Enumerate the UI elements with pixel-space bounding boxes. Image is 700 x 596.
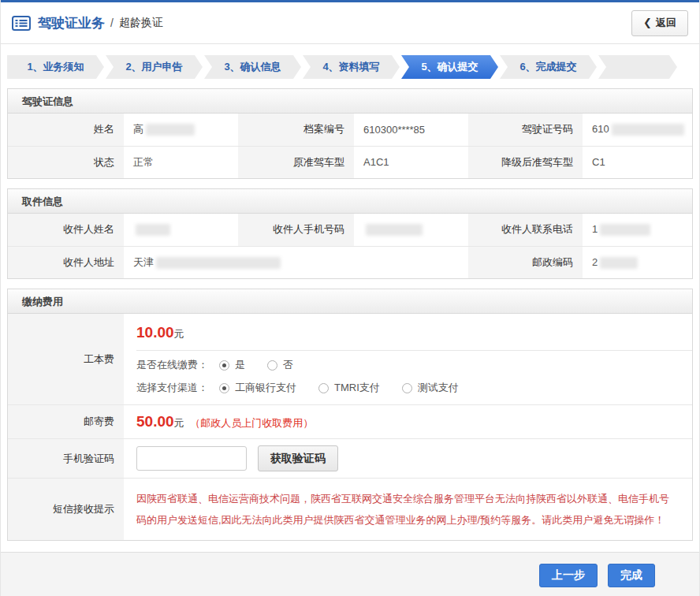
- table-row: 收件人姓名 收件人手机号码 收件人联系电话 1: [8, 214, 692, 246]
- radio-label: 是: [235, 358, 245, 372]
- step-2-user-declaration[interactable]: 2、用户申告: [106, 55, 203, 79]
- pickup-section-title: 取件信息: [8, 189, 692, 214]
- breadcrumb-separator: /: [110, 17, 114, 29]
- breadcrumb: 超龄换证: [119, 16, 163, 30]
- license-info-section: 驾驶证信息 姓名 高 档案编号 610300****85 驾驶证号码 610 状…: [7, 88, 693, 179]
- radio-icon: [402, 383, 412, 393]
- pay-channel-row: 选择支付渠道： 工商银行支付 TMRI支付 测试支付: [136, 374, 692, 404]
- redacted-blur: [600, 257, 638, 269]
- payment-table: 工本费 10.00元 是否在线缴费： 是 否 选: [8, 314, 692, 540]
- payment-section: 缴纳费用 工本费 10.00元 是否在线缴费： 是 否: [7, 289, 693, 541]
- field-label-sms-notice: 短信接收提示: [8, 479, 124, 541]
- fee-unit: 元: [174, 328, 184, 340]
- field-value-recipient-phone: 1: [583, 214, 692, 246]
- radio-channel-test[interactable]: 测试支付: [402, 381, 459, 395]
- field-value-license-no: 610: [583, 114, 692, 146]
- sms-notice-text: 因陕西省联通、电信运营商技术问题，陕西省互联网交通安全综合服务管理平台无法向持陕…: [136, 488, 676, 531]
- field-label-original-class: 原准驾车型: [238, 146, 354, 178]
- radio-channel-icbc[interactable]: 工商银行支付: [219, 381, 296, 395]
- payment-section-title: 缴纳费用: [8, 289, 692, 314]
- radio-channel-tmri[interactable]: TMRI支付: [318, 381, 380, 395]
- step-5-confirm-submit[interactable]: 5、确认提交: [401, 55, 498, 79]
- field-value-status: 正常: [124, 146, 238, 178]
- radio-icon: [267, 360, 277, 371]
- finish-button[interactable]: 完成: [608, 564, 655, 587]
- pickup-info-table: 收件人姓名 收件人手机号码 收件人联系电话 1 收件人地址 天津 邮政编码 2: [8, 214, 692, 278]
- redacted-blur: [136, 224, 170, 236]
- field-value-recipient-address: 天津: [124, 246, 468, 278]
- postage-fee-cell: 50.00元 （邮政人员上门收取费用）: [124, 405, 692, 439]
- field-value-recipient-mobile: [354, 214, 468, 246]
- redacted-blur: [366, 224, 423, 236]
- table-row: 短信接收提示 因陕西省联通、电信运营商技术问题，陕西省互联网交通安全综合服务管理…: [8, 479, 692, 541]
- sms-code-input[interactable]: [136, 446, 247, 471]
- back-button[interactable]: ❮返回: [631, 10, 688, 36]
- page-title: 驾驶证业务: [38, 14, 105, 32]
- production-fee-amount: 10.00元: [136, 314, 692, 351]
- radio-online-pay-yes[interactable]: 是: [219, 358, 245, 372]
- table-row: 手机验证码 获取验证码: [8, 439, 692, 479]
- fee-amount: 10.00: [136, 324, 174, 341]
- fee-amount: 50.00: [136, 413, 174, 430]
- license-info-table: 姓名 高 档案编号 610300****85 驾驶证号码 610 状态 正常 原…: [8, 114, 692, 178]
- step-3-confirm-info[interactable]: 3、确认信息: [204, 55, 301, 79]
- field-label-recipient-phone: 收件人联系电话: [468, 214, 583, 246]
- field-value-downgraded-class: C1: [583, 146, 692, 178]
- step-wizard: 1、业务须知 2、用户申告 3、确认信息 4、资料填写 5、确认提交 6、完成提…: [7, 55, 693, 79]
- field-value-original-class: A1C1: [354, 146, 468, 178]
- fee-unit: 元: [174, 417, 184, 429]
- radio-label: TMRI支付: [334, 381, 380, 395]
- field-label-postal-code: 邮政编码: [468, 246, 583, 278]
- back-button-label: 返回: [656, 17, 676, 28]
- postage-fee-note: （邮政人员上门收取费用）: [190, 417, 313, 429]
- field-label-production-fee: 工本费: [8, 314, 124, 405]
- redacted-blur: [156, 257, 281, 269]
- radio-icon: [219, 383, 229, 393]
- field-value-postal-code: 2: [583, 246, 692, 278]
- field-label-sms-code: 手机验证码: [8, 439, 124, 479]
- table-row: 收件人地址 天津 邮政编码 2: [8, 246, 692, 278]
- sms-notice-cell: 因陕西省联通、电信运营商技术问题，陕西省互联网交通安全综合服务管理平台无法向持陕…: [124, 479, 692, 541]
- field-label-recipient-mobile: 收件人手机号码: [238, 214, 354, 246]
- sms-code-cell: 获取验证码: [124, 439, 692, 479]
- production-fee-cell: 10.00元 是否在线缴费： 是 否 选择支付渠道：: [124, 314, 692, 405]
- license-section-title: 驾驶证信息: [8, 89, 692, 114]
- field-label-downgraded-class: 降级后准驾车型: [468, 146, 583, 178]
- table-row: 邮寄费 50.00元 （邮政人员上门收取费用）: [8, 405, 692, 439]
- redacted-blur: [146, 124, 195, 136]
- field-label-status: 状态: [8, 146, 124, 178]
- radio-online-pay-no[interactable]: 否: [267, 358, 293, 372]
- table-row: 工本费 10.00元 是否在线缴费： 是 否 选: [8, 314, 692, 405]
- online-pay-row: 是否在线缴费： 是 否: [136, 351, 692, 374]
- page-header: 驾驶证业务 / 超龄换证 ❮返回: [1, 2, 699, 44]
- redacted-blur: [600, 224, 650, 236]
- step-bar-filler: [598, 55, 677, 79]
- field-label-recipient-address: 收件人地址: [8, 246, 124, 278]
- chevron-left-icon: ❮: [643, 17, 652, 28]
- field-value-recipient-name: [124, 214, 238, 246]
- radio-icon: [219, 360, 229, 371]
- field-label-recipient-name: 收件人姓名: [8, 214, 124, 246]
- prev-step-button[interactable]: 上一步: [539, 564, 598, 587]
- redacted-blur: [612, 124, 684, 136]
- radio-label: 否: [283, 358, 293, 372]
- step-1-business-notice[interactable]: 1、业务须知: [7, 55, 104, 79]
- radio-icon: [318, 383, 329, 393]
- online-pay-label: 是否在线缴费：: [136, 358, 208, 372]
- field-label-license-no: 驾驶证号码: [468, 114, 583, 146]
- field-value-file-no: 610300****85: [354, 114, 468, 146]
- field-value-name: 高: [124, 114, 238, 146]
- radio-label: 工商银行支付: [235, 381, 296, 395]
- radio-label: 测试支付: [418, 381, 459, 395]
- field-label-postage-fee: 邮寄费: [8, 405, 124, 439]
- field-label-name: 姓名: [8, 114, 124, 146]
- field-label-file-no: 档案编号: [238, 114, 354, 146]
- step-4-fill-material[interactable]: 4、资料填写: [303, 55, 400, 79]
- list-icon: [12, 16, 31, 31]
- get-code-button[interactable]: 获取验证码: [258, 445, 338, 471]
- footer-bar: 上一步 完成: [1, 552, 699, 596]
- step-6-finish-submit[interactable]: 6、完成提交: [500, 55, 597, 79]
- pickup-info-section: 取件信息 收件人姓名 收件人手机号码 收件人联系电话 1 收件人地址 天津 邮政…: [7, 188, 693, 279]
- pay-channel-label: 选择支付渠道：: [136, 381, 208, 395]
- table-row: 姓名 高 档案编号 610300****85 驾驶证号码 610: [8, 114, 692, 146]
